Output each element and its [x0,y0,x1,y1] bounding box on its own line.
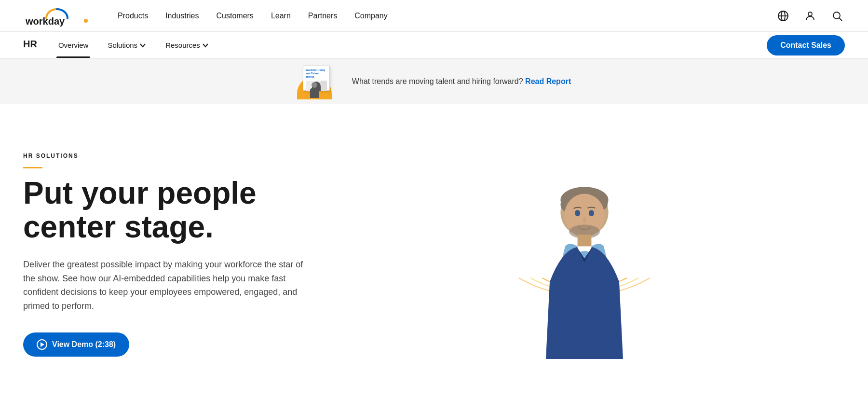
svg-point-6 [833,12,840,19]
svg-point-14 [589,210,594,216]
banner-read-report-link[interactable]: Read Report [525,77,571,85]
hero-label: HR SOLUTIONS [23,152,312,168]
nav-learn[interactable]: Learn [263,8,298,24]
nav-company[interactable]: Company [347,8,395,24]
hero-visual [332,143,845,413]
nav-products[interactable]: Products [110,8,156,24]
sub-nav-solutions[interactable]: Solutions [106,32,148,58]
view-demo-button[interactable]: View Demo (2:38) [23,332,129,357]
sub-nav-right: Contact Sales [767,35,845,55]
sub-navigation: HR Overview Solutions Resources Contact … [0,32,868,59]
logo[interactable]: workday [23,5,91,27]
sub-nav-left: HR Overview Solutions Resources [23,32,211,58]
hero-content: HR SOLUTIONS Put your people center stag… [23,143,312,357]
svg-line-7 [840,18,842,21]
hero-description: Deliver the greatest possible impact by … [23,258,312,313]
section-label: HR [23,39,37,52]
nav-partners[interactable]: Partners [300,8,345,24]
sub-nav-overview[interactable]: Overview [56,32,91,58]
concentric-circles-svg [332,143,845,413]
play-icon [37,339,47,350]
svg-text:workday: workday [25,16,65,27]
svg-point-5 [808,12,812,16]
promo-banner: Workday Hiringand Talent Trends What tre… [0,59,868,104]
nav-customers[interactable]: Customers [209,8,261,24]
top-nav-right [775,8,845,24]
hero-title: Put your people center stage. [23,176,312,244]
search-icon-button[interactable] [829,8,845,24]
user-icon-button[interactable] [802,8,818,24]
globe-icon-button[interactable] [775,8,791,24]
nav-industries[interactable]: Industries [158,8,206,24]
svg-point-1 [84,19,88,23]
svg-point-13 [575,210,580,216]
top-navigation: workday Products Industries Customers Le… [0,0,868,32]
main-nav-links: Products Industries Customers Learn Part… [110,8,775,24]
svg-rect-16 [578,235,592,246]
banner-text: What trends are moving talent and hiring… [352,77,571,86]
hero-section: HR SOLUTIONS Put your people center stag… [0,104,868,415]
hero-label-underline [23,167,42,168]
sub-nav-resources[interactable]: Resources [163,32,211,58]
banner-image: Workday Hiringand Talent Trends [297,65,340,98]
contact-sales-button[interactable]: Contact Sales [767,35,845,55]
play-triangle [41,342,44,347]
